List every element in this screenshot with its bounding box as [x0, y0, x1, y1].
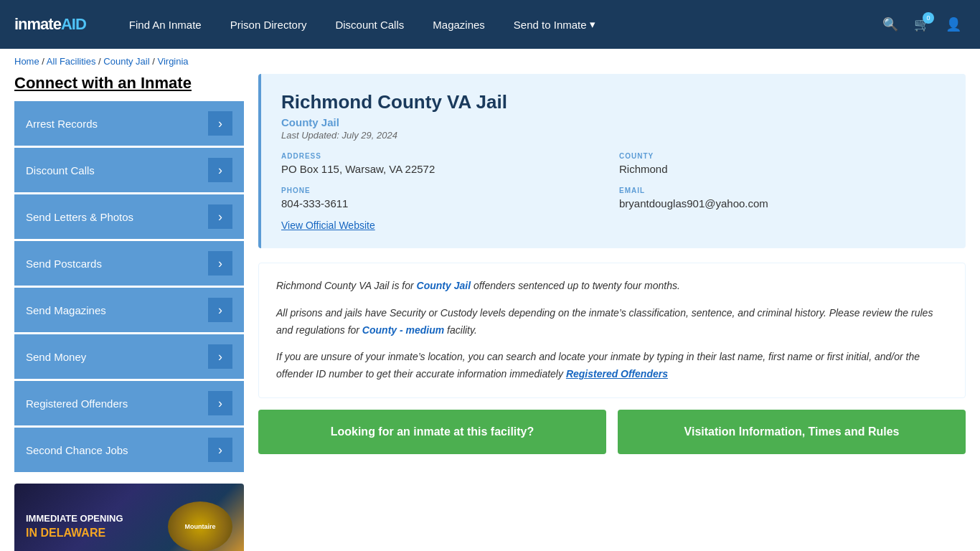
search-icon: 🔍 — [882, 17, 898, 32]
main-nav: Find An Inmate Prison Directory Discount… — [115, 0, 878, 49]
sidebar-title: Connect with an Inmate — [14, 74, 244, 93]
breadcrumb-virginia[interactable]: Virginia — [157, 56, 188, 67]
breadcrumb-county-jail[interactable]: County Jail — [103, 56, 149, 67]
email-block: EMAIL bryantdouglas901@yahoo.com — [619, 187, 946, 209]
sidebar-item-arrest-records[interactable]: Arrest Records › — [14, 101, 244, 146]
phone-value: 804-333-3611 — [281, 197, 608, 209]
sidebar-item-second-chance-jobs[interactable]: Second Chance Jobs › — [14, 428, 244, 472]
ad-headline1: IMMEDIATE OPENING — [26, 512, 123, 525]
main-container: Connect with an Inmate Arrest Records › … — [0, 74, 980, 551]
arrow-icon: › — [208, 158, 232, 182]
breadcrumb-home[interactable]: Home — [14, 56, 39, 67]
description-para3: If you are unsure of your inmate’s locat… — [276, 349, 948, 383]
phone-block: PHONE 804-333-3611 — [281, 187, 608, 209]
view-website-link[interactable]: View Official Website — [281, 220, 375, 231]
breadcrumb-all-facilities[interactable]: All Facilities — [47, 56, 96, 67]
sidebar-item-send-letters[interactable]: Send Letters & Photos › — [14, 194, 244, 239]
arrow-icon: › — [208, 391, 232, 415]
nav-send-to-inmate[interactable]: Send to Inmate ▾ — [499, 0, 610, 49]
arrow-icon: › — [208, 344, 232, 369]
nav-find-inmate[interactable]: Find An Inmate — [115, 0, 216, 49]
sidebar: Connect with an Inmate Arrest Records › … — [14, 74, 244, 551]
looking-for-inmate-button[interactable]: Looking for an inmate at this facility? — [258, 410, 606, 454]
facility-type: County Jail — [281, 116, 946, 128]
nav-prison-directory[interactable]: Prison Directory — [216, 0, 321, 49]
cart-badge: 0 — [923, 12, 934, 24]
ad-banner[interactable]: IMMEDIATE OPENING IN DELAWARE Mountaire — [14, 484, 244, 551]
breadcrumb: Home / All Facilities / County Jail / Vi… — [0, 49, 980, 74]
county-jail-link[interactable]: County Jail — [417, 280, 471, 291]
registered-offenders-link[interactable]: Registered Offenders — [566, 368, 668, 380]
ad-logo: Mountaire — [168, 501, 232, 551]
nav-discount-calls[interactable]: Discount Calls — [321, 0, 418, 49]
county-medium-link[interactable]: County - medium — [362, 324, 444, 336]
county-value: Richmond — [619, 163, 946, 175]
logo: inmateAID — [14, 15, 86, 34]
logo-area[interactable]: inmateAID — [14, 15, 86, 34]
sidebar-item-discount-calls[interactable]: Discount Calls › — [14, 148, 244, 192]
logo-highlight: AID — [61, 15, 86, 33]
sidebar-item-send-money[interactable]: Send Money › — [14, 334, 244, 379]
visitation-info-button[interactable]: Visitation Information, Times and Rules — [618, 410, 966, 454]
county-label: COUNTY — [619, 152, 946, 160]
address-label: ADDRESS — [281, 152, 608, 160]
description-para1: Richmond County VA Jail is for County Ja… — [276, 278, 948, 295]
phone-label: PHONE — [281, 187, 608, 194]
dropdown-arrow-icon: ▾ — [590, 18, 595, 31]
header: inmateAID Find An Inmate Prison Director… — [0, 0, 980, 49]
description: Richmond County VA Jail is for County Ja… — [258, 263, 966, 398]
sidebar-item-send-postcards[interactable]: Send Postcards › — [14, 241, 244, 286]
sidebar-menu: Arrest Records › Discount Calls › Send L… — [14, 101, 244, 472]
address-value: PO Box 115, Warsaw, VA 22572 — [281, 163, 608, 175]
arrow-icon: › — [208, 298, 232, 322]
facility-card: Richmond County VA Jail County Jail Last… — [258, 74, 966, 248]
arrow-icon: › — [208, 251, 232, 276]
cart-button[interactable]: 🛒 0 — [910, 12, 934, 37]
facility-name: Richmond County VA Jail — [281, 91, 946, 113]
content: Richmond County VA Jail County Jail Last… — [258, 74, 966, 551]
description-para2: All prisons and jails have Security or C… — [276, 305, 948, 339]
nav-magazines[interactable]: Magazines — [418, 0, 499, 49]
arrow-icon: › — [208, 204, 232, 229]
ad-headline2: IN DELAWARE — [26, 525, 123, 541]
arrow-icon: › — [208, 111, 232, 136]
address-block: ADDRESS PO Box 115, Warsaw, VA 22572 — [281, 152, 608, 175]
nav-icons: 🔍 🛒 0 👤 — [878, 12, 966, 37]
arrow-icon: › — [208, 438, 232, 462]
facility-updated: Last Updated: July 29, 2024 — [281, 130, 946, 141]
info-grid: ADDRESS PO Box 115, Warsaw, VA 22572 COU… — [281, 152, 946, 209]
email-label: EMAIL — [619, 187, 946, 194]
user-button[interactable]: 👤 — [941, 12, 966, 37]
sidebar-item-registered-offenders[interactable]: Registered Offenders › — [14, 381, 244, 425]
email-value: bryantdouglas901@yahoo.com — [619, 197, 946, 209]
bottom-buttons: Looking for an inmate at this facility? … — [258, 410, 966, 454]
user-icon: 👤 — [946, 17, 961, 32]
county-block: COUNTY Richmond — [619, 152, 946, 175]
sidebar-item-send-magazines[interactable]: Send Magazines › — [14, 288, 244, 332]
search-button[interactable]: 🔍 — [878, 12, 903, 37]
